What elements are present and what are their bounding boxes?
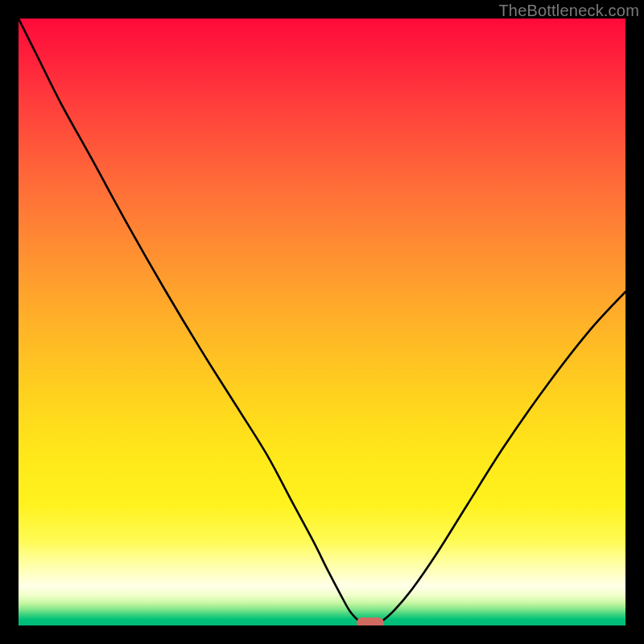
optimal-marker	[357, 617, 384, 625]
chart-frame: TheBottleneck.com	[0, 0, 644, 644]
watermark-text: TheBottleneck.com	[498, 2, 639, 20]
bottleneck-curve	[19, 19, 625, 625]
plot-area	[19, 19, 625, 625]
